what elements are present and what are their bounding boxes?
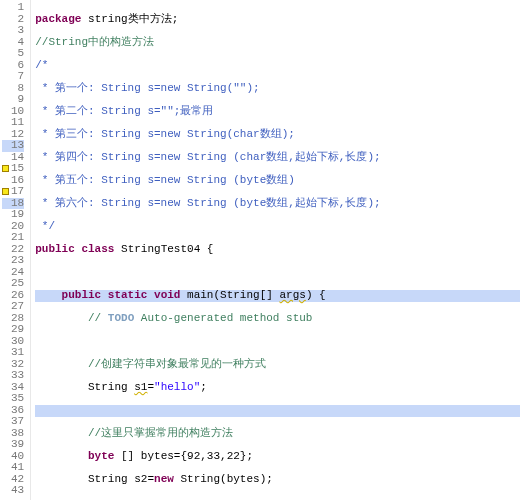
code-line[interactable]: String s2=new String(bytes);	[35, 474, 520, 486]
code-line[interactable]: /*	[35, 60, 520, 72]
javadoc: * 第一个: String s=new String("");	[35, 82, 259, 94]
package-name: string类中方法;	[88, 13, 178, 25]
line-number: 39	[2, 439, 24, 451]
class-name: StringTest04	[121, 243, 200, 255]
code-line[interactable]: * 第三个: String s=new String(char数组);	[35, 129, 520, 141]
line-number: 35	[2, 393, 24, 405]
semi: ;	[200, 381, 207, 393]
blank-line[interactable]	[35, 336, 520, 348]
todo-tag: TODO	[108, 312, 134, 324]
code-line[interactable]: * 第五个: String s=new String (byte数组)	[35, 175, 520, 187]
code-line[interactable]: // TODO Auto-generated method stub	[35, 313, 520, 325]
string-literal: "hello"	[154, 381, 200, 393]
text: );	[260, 473, 273, 485]
code-line[interactable]: * 第六个: String s=new String (byte数组,起始下标,…	[35, 198, 520, 210]
javadoc: */	[35, 220, 55, 232]
line-number: 1	[2, 2, 24, 14]
line-number: 27	[2, 301, 24, 313]
line-number: 23	[2, 255, 24, 267]
comment: //创建字符串对象最常见的一种方式	[88, 358, 266, 370]
javadoc: /*	[35, 59, 48, 71]
code-line[interactable]: String s1="hello";	[35, 382, 520, 394]
text: []	[114, 450, 140, 462]
code-line[interactable]: public class StringTest04 {	[35, 244, 520, 256]
line-number: 7	[2, 71, 24, 83]
blank-line[interactable]	[35, 267, 520, 279]
line-number: 29	[2, 324, 24, 336]
param: args	[279, 289, 305, 301]
code-line[interactable]: * 第二个: String s="";最常用	[35, 106, 520, 118]
comment: //这里只掌握常用的构造方法	[88, 427, 233, 439]
keyword: public static void	[62, 289, 181, 301]
comment: //String中的构造方法	[35, 36, 154, 48]
line-number: 3	[2, 25, 24, 37]
keyword: package	[35, 13, 81, 25]
line-number: 9	[2, 94, 24, 106]
code-line[interactable]: byte [] bytes={92,33,22};	[35, 451, 520, 463]
line-number: 15	[2, 163, 24, 175]
code-line[interactable]: * 第一个: String s=new String("");	[35, 83, 520, 95]
var: s1	[134, 381, 147, 393]
line-number: 19	[2, 209, 24, 221]
line-number: 43	[2, 485, 24, 497]
type: String	[88, 473, 134, 485]
line-number: 25	[2, 278, 24, 290]
brace: {	[200, 243, 213, 255]
code-line-highlight[interactable]	[35, 405, 520, 417]
comment: Auto-generated method stub	[134, 312, 312, 324]
line-number: 13	[2, 140, 24, 152]
var: s2	[134, 473, 147, 485]
line-number: 31	[2, 347, 24, 359]
javadoc: * 第三个: String s=new String(char数组);	[35, 128, 295, 140]
javadoc: * 第四个: String s=new String (char数组,起始下标,…	[35, 151, 380, 163]
code-line[interactable]: */	[35, 221, 520, 233]
line-number: 37	[2, 416, 24, 428]
method-sig: main(String[]	[180, 289, 279, 301]
keyword: byte	[88, 450, 114, 462]
code-line[interactable]: //这里只掌握常用的构造方法	[35, 428, 520, 440]
javadoc: * 第五个: String s=new String (byte数组)	[35, 174, 295, 186]
line-number: 17	[2, 186, 24, 198]
keyword: public class	[35, 243, 114, 255]
line-number: 11	[2, 117, 24, 129]
code-line[interactable]: //创建字符串对象最常见的一种方式	[35, 359, 520, 371]
var: bytes	[227, 473, 260, 485]
code-line[interactable]: package string类中方法;	[35, 14, 520, 26]
line-number: 21	[2, 232, 24, 244]
warning-icon	[2, 188, 9, 195]
code-line[interactable]: //String中的构造方法	[35, 37, 520, 49]
code-line-highlight[interactable]: public static void main(String[] args) {	[35, 290, 520, 302]
code-line[interactable]: * 第四个: String s=new String (char数组,起始下标,…	[35, 152, 520, 164]
line-number: 5	[2, 48, 24, 60]
text: ={92,33,22};	[174, 450, 253, 462]
var: bytes	[141, 450, 174, 462]
text: String(	[174, 473, 227, 485]
type: String	[88, 381, 134, 393]
javadoc: * 第六个: String s=new String (byte数组,起始下标,…	[35, 197, 380, 209]
keyword: new	[154, 473, 174, 485]
javadoc: * 第二个: String s="";最常用	[35, 105, 213, 117]
brace: ) {	[306, 289, 326, 301]
line-number: 33	[2, 370, 24, 382]
warning-icon	[2, 165, 9, 172]
line-number: 41	[2, 462, 24, 474]
comment: //	[88, 312, 108, 324]
line-number-gutter: 1 2 3 4 5 6 7 8 9 10 11 12 13 14 15 16 1…	[0, 0, 31, 500]
code-editor[interactable]: package string类中方法; //String中的构造方法 /* * …	[31, 0, 520, 500]
